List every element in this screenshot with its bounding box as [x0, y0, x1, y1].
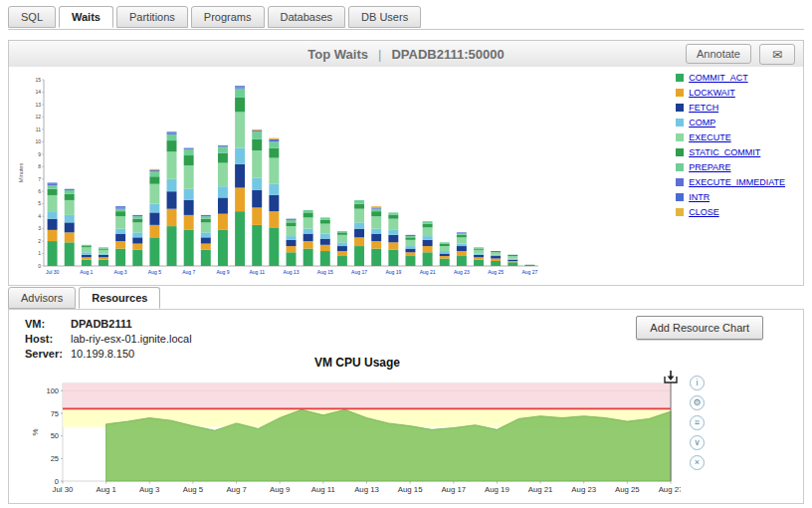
bar-segment[interactable]	[82, 252, 92, 254]
bar-segment[interactable]	[508, 262, 517, 266]
bar-segment[interactable]	[65, 190, 75, 194]
date-link[interactable]: Aug 17	[351, 269, 367, 275]
bar-segment[interactable]	[48, 182, 58, 183]
bar-segment[interactable]	[269, 148, 279, 158]
bar-segment[interactable]	[82, 247, 92, 252]
bar-segment[interactable]	[269, 139, 279, 141]
bar-segment[interactable]	[235, 112, 245, 147]
bar-segment[interactable]	[440, 259, 450, 266]
bar-segment[interactable]	[115, 241, 125, 248]
bar-segment[interactable]	[99, 250, 108, 254]
bar-segment[interactable]	[474, 254, 484, 255]
bar-segment[interactable]	[48, 211, 58, 218]
bar-segment[interactable]	[252, 225, 262, 266]
bar-segment[interactable]	[405, 252, 415, 256]
legend-label-link[interactable]: INTR	[689, 192, 710, 202]
bar-segment[interactable]	[252, 131, 262, 138]
bar-segment[interactable]	[405, 246, 415, 248]
bar-segment[interactable]	[354, 204, 364, 209]
legend-label-link[interactable]: COMP	[689, 118, 715, 127]
bar-segment[interactable]	[252, 130, 262, 131]
bar-segment[interactable]	[371, 207, 381, 208]
bar-segment[interactable]	[337, 251, 347, 256]
date-link[interactable]: Jul 30	[46, 269, 60, 275]
bar-segment[interactable]	[65, 222, 75, 232]
bar-segment[interactable]	[371, 206, 381, 207]
bar-segment[interactable]	[167, 134, 177, 140]
bar-segment[interactable]	[48, 189, 58, 195]
bar-segment[interactable]	[304, 210, 313, 212]
tab-db-users[interactable]: DB Users	[348, 6, 421, 28]
bar-segment[interactable]	[320, 220, 330, 224]
bar-segment[interactable]	[218, 153, 228, 163]
date-link[interactable]: Aug 5	[148, 269, 161, 275]
bar-segment[interactable]	[474, 257, 484, 259]
bar-segment[interactable]	[235, 148, 245, 164]
bar-segment[interactable]	[337, 256, 347, 266]
bar-segment[interactable]	[423, 252, 433, 266]
bar-segment[interactable]	[491, 261, 501, 266]
bar-segment[interactable]	[48, 241, 58, 266]
bar-segment[interactable]	[184, 149, 194, 155]
annotate-button[interactable]: Annotate	[686, 44, 751, 64]
bar-segment[interactable]	[235, 86, 245, 87]
bar-segment[interactable]	[337, 231, 347, 232]
bar-segment[interactable]	[423, 240, 433, 246]
bar-segment[interactable]	[388, 230, 398, 235]
date-link[interactable]: Aug 1	[80, 269, 93, 275]
bar-segment[interactable]	[287, 236, 297, 240]
bar-segment[interactable]	[115, 206, 125, 207]
bar-segment[interactable]	[132, 244, 142, 250]
bar-segment[interactable]	[99, 254, 108, 255]
bar-segment[interactable]	[167, 131, 177, 132]
bar-segment[interactable]	[304, 229, 313, 234]
bar-segment[interactable]	[405, 237, 415, 239]
bar-segment[interactable]	[235, 187, 245, 211]
bar-segment[interactable]	[184, 155, 194, 165]
bar-segment[interactable]	[184, 189, 194, 200]
bar-segment[interactable]	[184, 165, 194, 189]
date-link[interactable]: Aug 13	[284, 269, 300, 275]
bar-segment[interactable]	[474, 249, 484, 250]
bar-segment[interactable]	[304, 217, 313, 228]
bar-segment[interactable]	[235, 89, 245, 98]
bar-segment[interactable]	[149, 184, 159, 204]
legend-label-link[interactable]: EXECUTE_IMMEDIATE	[689, 177, 785, 187]
bar-segment[interactable]	[252, 139, 262, 150]
bar-segment[interactable]	[320, 251, 330, 266]
bar-segment[interactable]	[491, 251, 501, 252]
bar-segment[interactable]	[218, 197, 228, 213]
bar-segment[interactable]	[252, 207, 262, 224]
bar-segment[interactable]	[48, 219, 58, 230]
bar-segment[interactable]	[252, 150, 262, 177]
date-link[interactable]: Aug 27	[522, 269, 538, 275]
bar-segment[interactable]	[354, 229, 364, 238]
date-link[interactable]: Aug 25	[488, 269, 504, 275]
tab-partitions[interactable]: Partitions	[116, 6, 188, 28]
tab-programs[interactable]: Programs	[191, 6, 265, 28]
bar-segment[interactable]	[252, 190, 262, 207]
bar-segment[interactable]	[115, 207, 125, 208]
bar-segment[interactable]	[371, 211, 381, 216]
bar-segment[interactable]	[115, 209, 125, 211]
bar-segment[interactable]	[99, 247, 108, 248]
bar-segment[interactable]	[48, 185, 58, 189]
bar-segment[interactable]	[371, 249, 381, 266]
bar-segment[interactable]	[320, 224, 330, 234]
bar-segment[interactable]	[405, 236, 415, 237]
bar-segment[interactable]	[99, 260, 108, 266]
bar-segment[interactable]	[320, 239, 330, 245]
bar-segment[interactable]	[508, 259, 517, 260]
bar-segment[interactable]	[524, 265, 534, 266]
bar-segment[interactable]	[337, 242, 347, 246]
bar-segment[interactable]	[201, 222, 211, 232]
bar-segment[interactable]	[235, 164, 245, 188]
bar-segment[interactable]	[167, 133, 177, 134]
bar-segment[interactable]	[218, 186, 228, 197]
bar-segment[interactable]	[405, 249, 415, 253]
bar-segment[interactable]	[132, 219, 142, 223]
email-button[interactable]: ✉	[759, 44, 795, 65]
bar-segment[interactable]	[491, 255, 501, 256]
bar-segment[interactable]	[184, 215, 194, 230]
bar-segment[interactable]	[320, 234, 330, 239]
